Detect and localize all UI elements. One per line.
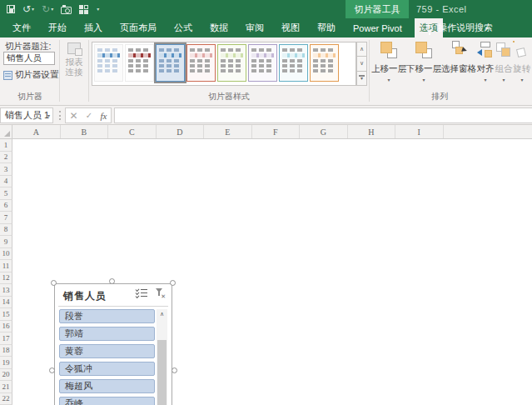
formula-input[interactable]: [114, 108, 532, 123]
column-header[interactable]: H: [348, 125, 396, 138]
ribbon-tab[interactable]: 开始: [43, 18, 72, 38]
report-connections-label-2: 连接: [62, 67, 87, 77]
column-headers: ABCDEFGHI: [0, 125, 532, 139]
undo-dropdown-icon[interactable]: ▾: [32, 7, 34, 12]
arrange-button[interactable]: 对齐 ▾: [476, 41, 495, 82]
slicer-item[interactable]: 令狐冲: [59, 362, 155, 376]
slicer-style-thumbnail[interactable]: [217, 44, 246, 82]
undo-icon[interactable]: ↺▾: [22, 4, 34, 14]
arrange-button[interactable]: 上移一层 ▾: [371, 41, 406, 82]
arrange-dropdown-icon[interactable]: ▾: [387, 77, 390, 82]
column-header[interactable]: G: [300, 125, 348, 138]
row-header[interactable]: 10: [0, 248, 12, 261]
select-all-button[interactable]: [0, 125, 12, 138]
column-header[interactable]: C: [108, 125, 157, 138]
slicer-item[interactable]: 乔峰: [59, 397, 155, 405]
row-header[interactable]: 1: [0, 139, 12, 152]
row-header[interactable]: 11: [0, 260, 12, 272]
column-header[interactable]: E: [204, 125, 252, 138]
slicer-scrollbar[interactable]: ∧ ∨: [157, 309, 167, 405]
arrange-dropdown-icon[interactable]: ▾: [520, 77, 523, 82]
row-header[interactable]: 9: [0, 236, 12, 248]
slicer-item[interactable]: 梅超风: [59, 379, 155, 393]
row-header[interactable]: 8: [0, 224, 12, 237]
gallery-scroll-up-icon[interactable]: ∧: [356, 42, 367, 57]
ribbon-tab[interactable]: 数据: [205, 18, 233, 38]
arrange-button[interactable]: 组合 ▾: [495, 41, 513, 82]
row-header[interactable]: 17: [0, 332, 12, 345]
gallery-scroll-down-icon[interactable]: ∨: [356, 57, 367, 71]
arrange-button[interactable]: 下移一层 ▾: [406, 41, 441, 82]
row-header[interactable]: 16: [0, 321, 12, 333]
slicer-body[interactable]: 销售人员 ✕ 段誉郭靖黄蓉令狐冲梅超风乔峰虚竹杨过 ∧ ∨: [54, 283, 172, 405]
slicer-style-thumbnail[interactable]: [186, 44, 216, 82]
slicer-style-thumbnail[interactable]: [94, 44, 123, 82]
row-header[interactable]: 12: [0, 272, 12, 285]
resize-handle[interactable]: [49, 368, 55, 373]
resize-handle[interactable]: [170, 280, 176, 286]
row-header[interactable]: 21: [0, 381, 12, 393]
slicer-style-thumbnail[interactable]: [279, 44, 308, 82]
slicer-style-thumbnail[interactable]: [156, 44, 185, 82]
column-header[interactable]: A: [12, 125, 61, 138]
redo-icon: ↻▾: [42, 4, 53, 14]
ribbon-tab[interactable]: 帮助: [312, 18, 341, 38]
row-header[interactable]: 7: [0, 212, 12, 224]
ribbon-tab[interactable]: 审阅: [241, 18, 269, 38]
slicer-style-thumbnail[interactable]: [125, 44, 154, 82]
row-header[interactable]: 20: [0, 369, 12, 382]
ribbon-tab[interactable]: 插入: [79, 18, 107, 38]
row-header[interactable]: 13: [0, 284, 12, 297]
slicer-style-thumbnail[interactable]: [310, 44, 339, 82]
customize-qat-icon[interactable]: ▾: [96, 7, 99, 12]
row-header[interactable]: 22: [0, 393, 12, 405]
row-header[interactable]: 4: [0, 176, 12, 188]
slicer[interactable]: 销售人员 ✕ 段誉郭靖黄蓉令狐冲梅超风乔峰虚竹杨过 ∧ ∨: [54, 283, 172, 405]
ribbon-tab[interactable]: 文件: [7, 18, 36, 38]
switch-windows-icon[interactable]: [79, 5, 88, 14]
scrollbar-thumb[interactable]: [157, 340, 167, 405]
row-header[interactable]: 6: [0, 200, 12, 212]
camera-icon[interactable]: [61, 5, 72, 14]
arrange-button[interactable]: 选择窗格: [441, 41, 476, 82]
slicer-caption-input[interactable]: [3, 52, 55, 65]
column-header[interactable]: I: [395, 125, 444, 138]
row-header[interactable]: 18: [0, 345, 12, 358]
slicer-style-thumbnail[interactable]: [248, 44, 277, 82]
scroll-up-icon[interactable]: ∧: [157, 309, 167, 319]
row-header[interactable]: 5: [0, 188, 12, 200]
row-header[interactable]: 2: [0, 152, 12, 164]
row-header[interactable]: 19: [0, 357, 12, 369]
slicer-item[interactable]: 黄蓉: [59, 344, 155, 358]
ribbon-tab[interactable]: Power Pivot: [348, 18, 407, 38]
slicer-settings-button[interactable]: 切片器设置: [3, 69, 59, 81]
slicer-item[interactable]: 郭靖: [59, 327, 155, 341]
row-header[interactable]: 3: [0, 163, 12, 176]
resize-handle[interactable]: [51, 280, 57, 286]
insert-function-icon[interactable]: fx: [100, 111, 107, 121]
name-box-dropdown-icon[interactable]: ▾: [47, 112, 50, 118]
resize-handle[interactable]: [109, 278, 115, 284]
name-box[interactable]: 销售人员 1 ▾: [0, 108, 53, 123]
column-header[interactable]: D: [157, 125, 205, 138]
ribbon-tab[interactable]: 公式: [169, 18, 197, 38]
save-icon[interactable]: [7, 5, 15, 13]
row-header[interactable]: 15: [0, 308, 12, 321]
ribbon-tab[interactable]: 视图: [276, 18, 305, 38]
gallery-more-icon[interactable]: ▾: [356, 72, 367, 86]
arrange-dropdown-icon[interactable]: ▾: [422, 77, 425, 82]
arrange-dropdown-icon[interactable]: ▾: [502, 77, 505, 82]
column-header[interactable]: F: [252, 125, 301, 138]
resize-handle[interactable]: [172, 368, 177, 373]
worksheet[interactable]: ABCDEFGHI 123456789101112131415161718192…: [0, 125, 532, 405]
multi-select-icon[interactable]: [136, 288, 147, 298]
column-header[interactable]: B: [61, 125, 109, 138]
formula-bar-grip[interactable]: [59, 111, 61, 120]
slicer-item[interactable]: 段誉: [59, 309, 155, 323]
ribbon-tab[interactable]: 页面布局: [115, 18, 162, 38]
tell-me-search[interactable]: 操作说明搜索: [426, 18, 493, 38]
slicer-group-label: 切片器: [0, 91, 60, 102]
arrange-dropdown-icon[interactable]: ▾: [484, 77, 486, 82]
arrange-button[interactable]: 旋转 ▾: [513, 41, 531, 82]
row-header[interactable]: 14: [0, 297, 12, 309]
